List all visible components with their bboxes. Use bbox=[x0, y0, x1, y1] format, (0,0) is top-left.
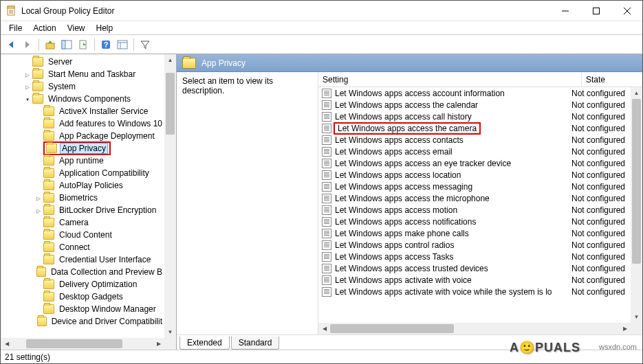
scroll-thumb[interactable] bbox=[330, 324, 454, 333]
setting-row[interactable]: Let Windows apps access the calendarNot … bbox=[318, 99, 631, 111]
setting-row[interactable]: Let Windows apps access trusted devicesN… bbox=[318, 262, 631, 274]
tree-item[interactable]: ▾Windows Components bbox=[1, 93, 164, 105]
export-list-button[interactable] bbox=[76, 37, 91, 52]
filter-button[interactable] bbox=[138, 37, 153, 52]
tree-item[interactable]: App Package Deployment bbox=[1, 130, 164, 142]
tree-item[interactable]: ▷System bbox=[1, 80, 164, 93]
setting-row[interactable]: Let Windows apps make phone callsNot con… bbox=[318, 227, 631, 239]
scroll-thumb[interactable] bbox=[632, 99, 641, 264]
scroll-right-icon[interactable]: ▶ bbox=[619, 323, 631, 334]
setting-row[interactable]: Let Windows apps access emailNot configu… bbox=[318, 146, 631, 157]
setting-state: Not configured bbox=[570, 217, 631, 227]
expand-collapse-icon[interactable]: ▷ bbox=[34, 207, 43, 214]
menu-view[interactable]: View bbox=[62, 22, 91, 34]
scroll-left-icon[interactable]: ◀ bbox=[318, 323, 330, 334]
tree-item[interactable]: ▷BitLocker Drive Encryption bbox=[1, 204, 164, 216]
column-setting[interactable]: Setting bbox=[318, 72, 582, 87]
setting-row[interactable]: Let Windows apps control radiosNot confi… bbox=[318, 239, 631, 251]
setting-row[interactable]: Let Windows apps access locationNot conf… bbox=[318, 169, 631, 181]
setting-state: Not configured bbox=[570, 100, 631, 110]
menu-file[interactable]: File bbox=[3, 22, 28, 34]
tree-item[interactable]: ▷Biometrics bbox=[1, 192, 164, 204]
expand-collapse-icon[interactable]: ▷ bbox=[34, 194, 43, 202]
up-button[interactable] bbox=[43, 37, 58, 52]
expand-collapse-icon[interactable]: ▾ bbox=[23, 95, 32, 103]
setting-name: Let Windows apps access the calendar bbox=[335, 100, 570, 110]
tree-item[interactable]: Desktop Window Manager bbox=[1, 303, 164, 315]
tree-item[interactable]: AutoPlay Policies bbox=[1, 179, 164, 192]
scroll-down-icon[interactable]: ▼ bbox=[164, 326, 176, 338]
scroll-up-icon[interactable]: ▲ bbox=[631, 87, 642, 99]
setting-row[interactable]: Let Windows apps access notificationsNot… bbox=[318, 216, 631, 227]
policy-icon bbox=[321, 275, 332, 285]
setting-name: Let Windows apps access the microphone bbox=[335, 194, 570, 203]
show-hide-tree-button[interactable] bbox=[59, 37, 74, 52]
tree-item[interactable]: Connect bbox=[1, 241, 164, 253]
policy-tree[interactable]: Server▷Start Menu and Taskbar▷System▾Win… bbox=[1, 54, 164, 338]
tree-item[interactable]: Credential User Interface bbox=[1, 253, 164, 266]
scroll-left-icon[interactable]: ◀ bbox=[1, 338, 12, 350]
minimize-button[interactable] bbox=[549, 1, 580, 21]
setting-row[interactable]: Let Windows apps access the cameraNot co… bbox=[318, 122, 631, 134]
column-state[interactable]: State bbox=[582, 72, 642, 87]
tree-item-label: Device and Driver Compatibilit bbox=[50, 316, 164, 327]
menu-action[interactable]: Action bbox=[28, 22, 61, 34]
svg-rect-11 bbox=[62, 41, 65, 49]
back-button[interactable] bbox=[3, 37, 19, 52]
tree-item[interactable]: Application Compatibility bbox=[1, 167, 164, 179]
tree-horizontal-scrollbar[interactable]: ◀ ▶ bbox=[1, 338, 164, 350]
help-button[interactable]: ? bbox=[98, 37, 113, 52]
tree-item[interactable]: App runtime bbox=[1, 155, 164, 167]
policy-icon bbox=[321, 287, 332, 297]
setting-row[interactable]: Let Windows apps access messagingNot con… bbox=[318, 181, 631, 192]
expand-collapse-icon[interactable]: ▷ bbox=[23, 83, 32, 91]
list-horizontal-scrollbar[interactable]: ◀ ▶ bbox=[318, 323, 631, 334]
tree-item[interactable]: Add features to Windows 10 bbox=[1, 117, 164, 130]
close-button[interactable] bbox=[611, 1, 642, 21]
expand-collapse-icon[interactable]: ▷ bbox=[23, 71, 32, 78]
scroll-up-icon[interactable]: ▲ bbox=[164, 54, 176, 66]
tab-standard[interactable]: Standard bbox=[231, 337, 280, 350]
setting-row[interactable]: Let Windows apps access an eye tracker d… bbox=[318, 157, 631, 169]
policy-icon bbox=[321, 205, 332, 215]
tab-extended[interactable]: Extended bbox=[179, 337, 230, 350]
menu-help[interactable]: Help bbox=[91, 22, 119, 34]
tree-item[interactable]: ▷Start Menu and Taskbar bbox=[1, 68, 164, 80]
setting-row[interactable]: Let Windows apps access TasksNot configu… bbox=[318, 251, 631, 262]
highlighted-tree-item[interactable]: App Privacy bbox=[43, 141, 111, 155]
tree-item[interactable]: Cloud Content bbox=[1, 229, 164, 241]
tree-item[interactable]: Device and Driver Compatibilit bbox=[1, 315, 164, 328]
scroll-thumb[interactable] bbox=[166, 73, 175, 135]
tree-item[interactable]: Delivery Optimization bbox=[1, 278, 164, 291]
setting-row[interactable]: Let Windows apps access motionNot config… bbox=[318, 204, 631, 216]
scroll-thumb[interactable] bbox=[26, 339, 122, 348]
setting-state: Not configured bbox=[570, 159, 631, 168]
maximize-button[interactable] bbox=[580, 1, 611, 21]
tree-item-label: BitLocker Drive Encryption bbox=[57, 205, 158, 216]
properties-button[interactable] bbox=[115, 37, 130, 52]
scroll-down-icon[interactable]: ▼ bbox=[631, 311, 642, 323]
folder-icon bbox=[43, 218, 54, 227]
setting-row[interactable]: Let Windows apps access the microphoneNo… bbox=[318, 192, 631, 204]
forward-button[interactable] bbox=[20, 37, 35, 52]
tree-item[interactable]: ActiveX Installer Service bbox=[1, 105, 164, 117]
setting-row[interactable]: Let Windows apps access contactsNot conf… bbox=[318, 134, 631, 146]
setting-row[interactable]: Let Windows apps access account informat… bbox=[318, 87, 631, 99]
tree-item-label: Credential User Interface bbox=[57, 254, 153, 265]
setting-name: Let Windows apps control radios bbox=[335, 240, 570, 250]
tree-item[interactable]: App Privacy bbox=[1, 142, 164, 155]
tree-item-label: Application Compatibility bbox=[57, 168, 151, 179]
tree-item[interactable]: Server bbox=[1, 56, 164, 68]
tree-vertical-scrollbar[interactable]: ▲ ▼ bbox=[164, 54, 176, 338]
setting-row[interactable]: Let Windows apps activate with voiceNot … bbox=[318, 274, 631, 286]
tree-item[interactable]: Data Collection and Preview B bbox=[1, 266, 164, 278]
tree-item-label: App Privacy bbox=[60, 143, 108, 154]
list-vertical-scrollbar[interactable]: ▲ ▼ bbox=[631, 87, 642, 323]
settings-list[interactable]: Let Windows apps access account informat… bbox=[318, 87, 631, 323]
scroll-right-icon[interactable]: ▶ bbox=[153, 338, 164, 350]
tree-item[interactable]: Desktop Gadgets bbox=[1, 291, 164, 303]
setting-row[interactable]: Let Windows apps activate with voice whi… bbox=[318, 286, 631, 297]
detail-pane: App Privacy Select an item to view its d… bbox=[177, 54, 642, 350]
tree-item[interactable]: Camera bbox=[1, 216, 164, 229]
setting-row[interactable]: Let Windows apps access call historyNot … bbox=[318, 111, 631, 122]
